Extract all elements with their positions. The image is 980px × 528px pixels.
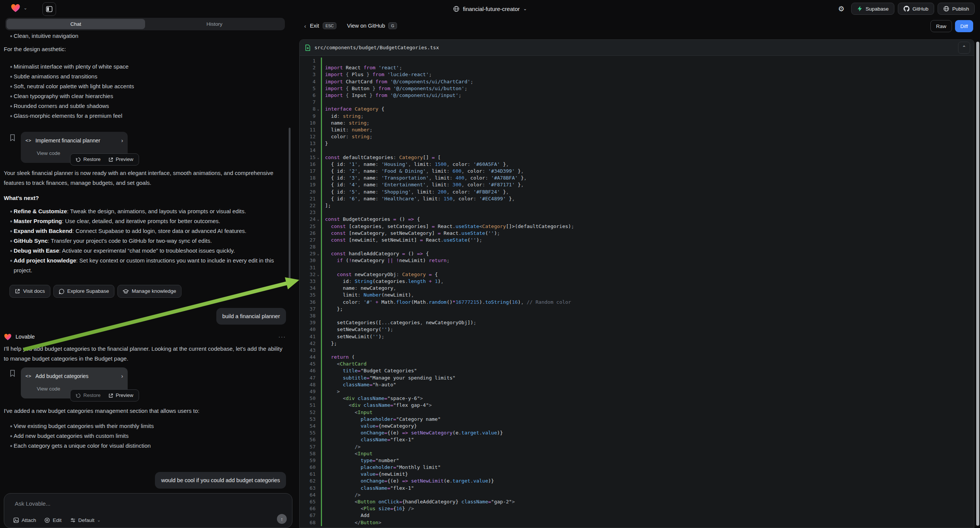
visit-docs-button[interactable]: Visit docs [10,285,50,298]
whats-next-heading: What's next? [4,193,39,203]
code-line: 22]; [300,202,974,209]
code-icon: <> [25,371,32,381]
file-header[interactable]: src/components/budget/BudgetCategories.t… [300,40,974,56]
fold-gutter [315,319,321,326]
restore-button[interactable]: Restore [72,154,105,164]
list-item: Clean typography with clear hierarchies [0,91,288,101]
code-line: 3import { Plus } from 'lucide-react'; [300,71,974,78]
supabase-label: Supabase [865,6,889,12]
tab-chat[interactable]: Chat [6,19,145,29]
chat-scrollbar[interactable] [289,128,291,287]
code-line: 55 onChange={(e) => setNewCategory(e.tar… [300,429,974,436]
partial-bullet-list: Clean, intuitive navigation [0,31,288,41]
next-step-item: Expand with Backend: Connect Supabase to… [0,226,289,236]
code-line: 57 /> [300,444,974,450]
fold-gutter [315,326,321,333]
line-number: 10 [300,120,315,127]
publish-button[interactable]: Publish [937,3,975,15]
chevron-up-icon: ⌃ [962,45,966,50]
fold-gutter [315,312,321,319]
added-bullet-list: View existing budget categories with the… [0,421,288,451]
supabase-button[interactable]: Supabase [851,3,894,15]
code-line: 50 <div className="space-y-6"> [300,395,974,402]
manage-knowledge-button[interactable]: Manage knowledge [118,285,181,298]
explore-supabase-button[interactable]: Explore Supabase [53,285,115,298]
fold-gutter [315,57,321,64]
list-item: Subtle animations and transitions [0,72,288,81]
collapse-file-button[interactable]: ⌃ [958,42,970,54]
line-number: 68 [300,519,315,526]
composer: Ask Lovable... Attach Edit Default ⌄ ↑ [4,493,293,528]
code-line: 23 [300,209,974,216]
code-line: 34 name: newCategory, [300,285,974,292]
code-text: id: string; [321,113,974,120]
code-text: }; [321,306,974,312]
new-file-icon [305,44,311,51]
line-number: 34 [300,285,315,292]
fold-gutter [315,423,321,429]
code-text: className="flex-1" [321,436,974,443]
tab-history[interactable]: History [145,19,284,29]
code-line: 8⌄interface Category { [300,106,974,113]
code-line: 14 [300,147,974,154]
code-text: <div className="space-y-6"> [321,395,974,402]
code-line: 7 [300,99,974,106]
code-line: 38 [300,312,974,319]
fold-gutter [315,161,321,168]
fold-gutter [315,429,321,436]
model-selector[interactable]: Default ⌄ [70,517,101,523]
view-on-github-button[interactable]: View on GitHub G [347,22,397,29]
ask-lovable-input[interactable]: Ask Lovable... [15,500,50,507]
github-button[interactable]: GitHub [898,3,934,15]
send-button[interactable]: ↑ [277,514,287,524]
settings-gear-button[interactable]: ⚙ [835,3,848,15]
diff-button[interactable]: Diff [955,20,973,32]
line-number: 58 [300,450,315,457]
chevron-right-icon: › [121,371,123,381]
attach-button[interactable]: Attach [13,517,36,523]
message-options-button[interactable]: ··· [278,332,286,342]
next-step-item: Debug with Ease: Activate our experiment… [0,246,289,256]
edit-mode-button[interactable]: Edit [45,517,61,523]
line-number: 28 [300,243,315,250]
fold-gutter [315,223,321,230]
preview-button[interactable]: Preview [105,391,137,400]
project-switcher[interactable]: financial-future-creator ⌄ [0,0,980,17]
raw-button[interactable]: Raw [931,20,952,32]
preview-button[interactable]: Preview [105,154,137,164]
code-text: import { Button } from '@/components/ui/… [321,85,974,92]
code-text: /> [321,491,974,498]
fold-gutter [315,519,321,526]
line-number: 32 [300,271,315,278]
fold-chevron-icon[interactable]: ⌄ [315,271,321,278]
fold-gutter [315,168,321,175]
code-text: onChange={(e) => setNewLimit(e.target.va… [321,478,974,484]
line-number: 65 [300,498,315,505]
fold-chevron-icon[interactable]: ⌄ [315,216,321,223]
bookmark-icon[interactable] [10,370,16,377]
fold-chevron-icon[interactable]: ⌄ [315,250,321,257]
code-editor[interactable]: 12import React from 'react';3import { Pl… [300,56,974,526]
assistant-intro: I'll help you add budget categories to t… [4,344,288,364]
code-line: 39 setCategories([...categories, newCate… [300,319,974,326]
code-line: 61 value={newLimit} [300,471,974,478]
fold-chevron-icon[interactable]: ⌄ [315,154,321,161]
fold-gutter [315,464,321,471]
code-scrollbar[interactable] [976,42,979,526]
code-line: 24⌄const BudgetCategories = () => { [300,216,974,223]
fold-gutter [315,491,321,498]
fold-gutter [315,340,321,347]
code-text: subtitle="Manage your spending limits" [321,375,974,382]
bookmark-icon[interactable] [10,134,16,141]
fold-chevron-icon[interactable]: ⌄ [315,106,321,113]
code-line: 6import { Input } from '@/components/ui/… [300,92,974,99]
exit-button[interactable]: ‹ Exit ESC [304,22,336,29]
line-number: 21 [300,196,315,202]
code-text: placeholder="Monthly limit" [321,464,974,471]
code-line: 12 color: string; [300,133,974,140]
code-text: setCategories([...categories, newCategor… [321,319,974,326]
line-number: 12 [300,133,315,140]
restore-button[interactable]: Restore [72,391,105,400]
chevron-down-icon: ⌄ [523,6,527,11]
code-line: 21 { id: '6', name: 'Healthcare', limit:… [300,196,974,202]
